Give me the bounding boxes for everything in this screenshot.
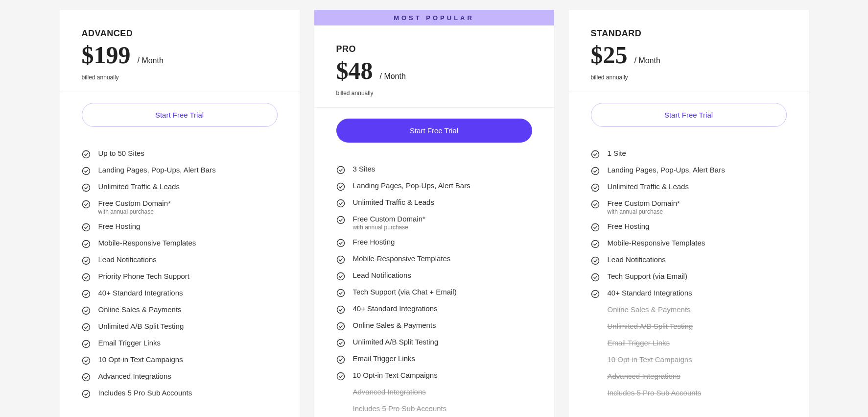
svg-point-2 bbox=[82, 184, 90, 192]
start-free-trial-button[interactable]: Start Free Trial bbox=[82, 103, 278, 127]
feature-item: Unlimited A/B Split Testing bbox=[82, 319, 278, 335]
plan-period: / Month bbox=[380, 72, 406, 81]
feature-text: 10 Opt-in Text Campaigns bbox=[98, 355, 183, 364]
feature-text-wrap: 1 Site bbox=[608, 149, 626, 157]
check-circle-icon bbox=[82, 323, 91, 332]
feature-text-wrap: Includes 5 Pro Sub Accounts bbox=[98, 389, 192, 397]
feature-text-wrap: Landing Pages, Pop-Ups, Alert Bars bbox=[98, 166, 216, 174]
feature-subtext: with annual purchase bbox=[608, 208, 680, 215]
svg-point-31 bbox=[591, 168, 599, 175]
feature-text: Free Custom Domain* bbox=[353, 215, 425, 223]
start-free-trial-button[interactable]: Start Free Trial bbox=[336, 119, 532, 143]
feature-item: Tech Support (via Chat + Email) bbox=[336, 284, 532, 301]
svg-point-14 bbox=[82, 391, 90, 398]
svg-point-8 bbox=[82, 291, 90, 298]
feature-text-wrap: Lead Notifications bbox=[608, 255, 666, 264]
feature-item: Unlimited A/B Split Testing bbox=[591, 319, 787, 335]
feature-item: Email Trigger Links bbox=[82, 335, 278, 352]
feature-text: 10 Opt-in Text Campaigns bbox=[608, 355, 692, 364]
feature-text: Online Sales & Payments bbox=[353, 321, 436, 329]
feature-text-wrap: Free Hosting bbox=[608, 222, 650, 230]
svg-point-17 bbox=[337, 200, 344, 207]
check-circle-icon bbox=[591, 240, 600, 248]
check-circle-icon bbox=[82, 273, 91, 282]
check-circle-icon bbox=[82, 183, 91, 192]
feature-text-wrap: Email Trigger Links bbox=[98, 339, 161, 347]
feature-text: Lead Notifications bbox=[353, 271, 411, 279]
feature-text-wrap: Includes 5 Pro Sub Accounts bbox=[608, 389, 702, 397]
svg-point-5 bbox=[82, 241, 90, 248]
feature-item: Includes 5 Pro Sub Accounts bbox=[336, 401, 532, 417]
card-header: ADVANCED$199/ Monthbilled annually bbox=[60, 10, 300, 92]
feature-text-wrap: Advanced Integrations bbox=[608, 372, 680, 380]
feature-item: Landing Pages, Pop-Ups, Alert Bars bbox=[591, 162, 787, 179]
svg-point-12 bbox=[82, 357, 90, 365]
feature-subtext: with annual purchase bbox=[98, 208, 171, 215]
feature-text-wrap: Tech Support (via Email) bbox=[608, 272, 687, 280]
feature-item: 40+ Standard Integrations bbox=[82, 285, 278, 302]
check-circle-icon bbox=[591, 200, 600, 209]
feature-text: Online Sales & Payments bbox=[608, 305, 691, 314]
check-circle-icon bbox=[82, 340, 91, 348]
feature-text-wrap: Unlimited A/B Split Testing bbox=[353, 338, 439, 346]
feature-text: Unlimited A/B Split Testing bbox=[608, 322, 693, 330]
check-circle-icon bbox=[336, 182, 345, 191]
check-circle-icon bbox=[82, 150, 91, 159]
feature-text: Online Sales & Payments bbox=[98, 305, 182, 314]
feature-item: Online Sales & Payments bbox=[82, 302, 278, 319]
check-circle-icon bbox=[591, 183, 600, 192]
feature-text: Tech Support (via Chat + Email) bbox=[353, 288, 457, 296]
feature-item: Tech Support (via Email) bbox=[591, 269, 787, 285]
feature-item: Free Custom Domain*with annual purchase bbox=[336, 211, 532, 234]
check-circle-icon bbox=[82, 373, 91, 382]
billed-annually-note: billed annually bbox=[591, 74, 787, 81]
feature-item: Advanced Integrations bbox=[336, 384, 532, 401]
feature-item: Free Hosting bbox=[82, 219, 278, 235]
feature-item: 10 Opt-in Text Campaigns bbox=[336, 368, 532, 384]
check-circle-icon bbox=[82, 223, 91, 232]
feature-text: Lead Notifications bbox=[608, 255, 666, 264]
svg-point-6 bbox=[82, 257, 90, 265]
svg-point-27 bbox=[337, 373, 344, 380]
plan-price: $48 bbox=[336, 58, 373, 83]
check-circle-icon bbox=[591, 150, 600, 159]
svg-point-22 bbox=[337, 290, 344, 297]
feature-item: Up to 50 Sites bbox=[82, 146, 278, 162]
feature-item: 3 Sites bbox=[336, 161, 532, 178]
feature-text-wrap: Free Hosting bbox=[98, 222, 141, 230]
card-header: STANDARD$25/ Monthbilled annually bbox=[569, 10, 809, 92]
price-row: $48/ Month bbox=[336, 58, 532, 83]
feature-text-wrap: Email Trigger Links bbox=[353, 354, 416, 363]
most-popular-badge: MOST POPULAR bbox=[314, 10, 554, 25]
svg-point-4 bbox=[82, 224, 90, 231]
feature-item: 10 Opt-in Text Campaigns bbox=[591, 352, 787, 368]
feature-text: 1 Site bbox=[608, 149, 626, 157]
feature-item: Landing Pages, Pop-Ups, Alert Bars bbox=[82, 162, 278, 179]
feature-text-wrap: Unlimited A/B Split Testing bbox=[98, 322, 184, 330]
card-body: Start Free TrialUp to 50 SitesLanding Pa… bbox=[60, 92, 300, 417]
feature-text-wrap: 10 Opt-in Text Campaigns bbox=[353, 371, 438, 379]
plan-name: STANDARD bbox=[591, 28, 787, 39]
feature-item: Free Custom Domain*with annual purchase bbox=[591, 196, 787, 219]
feature-text-wrap: Mobile-Responsive Templates bbox=[608, 239, 705, 247]
feature-text: Advanced Integrations bbox=[98, 372, 171, 380]
feature-text: Mobile-Responsive Templates bbox=[98, 239, 196, 247]
feature-text-wrap: Unlimited Traffic & Leads bbox=[608, 182, 689, 191]
feature-text: Up to 50 Sites bbox=[98, 149, 144, 157]
feature-item: Priority Phone Tech Support bbox=[82, 269, 278, 285]
plan-price: $199 bbox=[82, 43, 131, 67]
feature-text-wrap: Free Custom Domain*with annual purchase bbox=[608, 199, 680, 215]
feature-text: Landing Pages, Pop-Ups, Alert Bars bbox=[98, 166, 216, 174]
feature-item: Mobile-Responsive Templates bbox=[82, 235, 278, 252]
feature-text: Unlimited Traffic & Leads bbox=[98, 182, 180, 191]
feature-text: 40+ Standard Integrations bbox=[98, 289, 183, 297]
svg-point-37 bbox=[591, 274, 599, 281]
feature-text-wrap: Advanced Integrations bbox=[98, 372, 171, 380]
feature-item: Email Trigger Links bbox=[336, 351, 532, 368]
check-circle-icon bbox=[82, 167, 91, 175]
start-free-trial-button[interactable]: Start Free Trial bbox=[591, 103, 787, 127]
price-row: $25/ Month bbox=[591, 43, 787, 67]
check-circle-icon bbox=[336, 355, 345, 364]
feature-item: Lead Notifications bbox=[336, 268, 532, 284]
feature-text-wrap: Lead Notifications bbox=[353, 271, 411, 279]
